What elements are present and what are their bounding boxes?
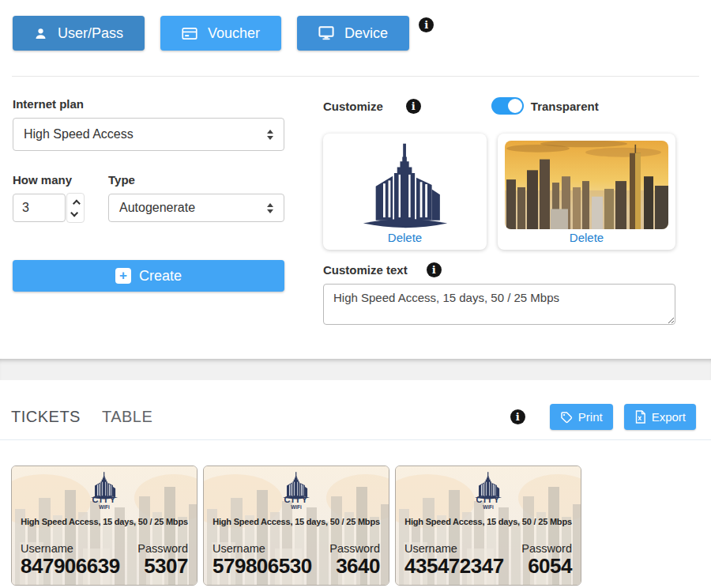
print-button[interactable]: Print xyxy=(550,404,613,430)
logo-card: Delete xyxy=(323,134,487,250)
ticket-card: CITY WiFi High Speed Access, 15 days, 50… xyxy=(203,466,389,586)
section-separator xyxy=(0,359,711,380)
export-button[interactable]: Export xyxy=(624,404,696,430)
logo-title: CITY xyxy=(476,496,500,504)
export-excel-icon xyxy=(634,410,646,424)
transparent-label: Transparent xyxy=(531,100,599,113)
username-label: Username xyxy=(404,542,504,555)
ticket-logo: CITY WiFi xyxy=(471,471,506,511)
username-value: 579806530 xyxy=(213,555,312,579)
background-photo-card: Delete xyxy=(498,134,675,250)
voucher-generator-page: User/Pass Voucher Device i Internet plan… xyxy=(0,0,711,588)
how-many-stepper[interactable] xyxy=(66,193,85,223)
voucher-card-icon xyxy=(182,27,198,40)
user-icon xyxy=(34,27,47,40)
password-label: Password xyxy=(329,542,380,555)
city-logo-image xyxy=(356,141,455,229)
password-value: 5307 xyxy=(137,555,188,579)
toggle-knob xyxy=(508,99,522,113)
select-caret-icon xyxy=(267,130,273,140)
tab-userpass[interactable]: User/Pass xyxy=(13,16,145,51)
select-caret-icon xyxy=(267,203,273,213)
tab-voucher-label: Voucher xyxy=(208,25,260,42)
customize-info-icon[interactable]: i xyxy=(406,99,421,114)
logo-subtitle: WiFi xyxy=(99,504,110,511)
password-value: 6054 xyxy=(521,555,572,579)
ticket-logo: CITY WiFi xyxy=(87,471,122,511)
internet-plan-value: High Speed Access xyxy=(24,127,134,141)
plus-icon: + xyxy=(115,268,131,284)
export-button-label: Export xyxy=(652,410,686,424)
tab-userpass-label: User/Pass xyxy=(58,25,123,42)
type-select[interactable]: Autogenerate xyxy=(108,194,284,222)
password-value: 3640 xyxy=(329,555,380,579)
delete-photo-link[interactable]: Delete xyxy=(570,231,604,244)
internet-plan-select[interactable]: High Speed Access xyxy=(13,118,284,151)
password-label: Password xyxy=(137,542,188,555)
customize-label: Customize xyxy=(323,100,383,113)
username-value: 435472347 xyxy=(404,555,504,579)
ticket-plan-text: High Speed Access, 15 days, 50 / 25 Mbps xyxy=(21,517,188,526)
logo-title: CITY xyxy=(92,496,116,504)
ticket-plan-text: High Speed Access, 15 days, 50 / 25 Mbps xyxy=(213,517,380,526)
logo-subtitle: WiFi xyxy=(483,504,494,511)
stepper-up-icon[interactable] xyxy=(73,199,81,207)
tab-device[interactable]: Device xyxy=(297,16,409,51)
password-label: Password xyxy=(521,542,572,555)
internet-plan-label: Internet plan xyxy=(13,97,284,111)
create-button-label: Create xyxy=(139,268,182,285)
tab-device-label: Device xyxy=(344,25,388,42)
customize-text-input[interactable]: High Speed Access, 15 days, 50 / 25 Mbps xyxy=(323,284,675,325)
type-value: Autogenerate xyxy=(119,201,195,215)
transparent-toggle[interactable] xyxy=(491,97,524,115)
print-button-label: Print xyxy=(578,410,603,424)
customize-text-label: Customize text xyxy=(323,263,408,277)
type-label: Type xyxy=(108,173,284,187)
generator-form: Internet plan High Speed Access How many xyxy=(0,77,711,328)
ticket-card: CITY WiFi High Speed Access, 15 days, 50… xyxy=(11,466,198,586)
mode-tabs: User/Pass Voucher Device i xyxy=(0,0,711,51)
delete-logo-link[interactable]: Delete xyxy=(388,231,422,244)
ticket-card: CITY WiFi High Speed Access, 15 days, 50… xyxy=(395,466,581,586)
tab-voucher[interactable]: Voucher xyxy=(160,16,281,51)
username-label: Username xyxy=(213,542,312,555)
username-value: 847906639 xyxy=(21,555,120,579)
ticket-plan-text: High Speed Access, 15 days, 50 / 25 Mbps xyxy=(404,517,572,526)
tabs-info-icon[interactable]: i xyxy=(419,17,434,32)
tickets-section: TICKETS TABLE i Print Export xyxy=(0,380,711,586)
tab-table[interactable]: TABLE xyxy=(102,408,152,426)
tickets-info-icon[interactable]: i xyxy=(510,409,525,424)
customize-text-info-icon[interactable]: i xyxy=(427,262,442,277)
logo-subtitle: WiFi xyxy=(291,504,302,511)
ticket-logo: CITY WiFi xyxy=(279,471,314,511)
create-button[interactable]: + Create xyxy=(13,260,284,292)
city-sunset-photo xyxy=(505,141,668,229)
logo-title: CITY xyxy=(284,496,308,504)
print-tag-icon xyxy=(560,411,573,424)
tickets-list: CITY WiFi High Speed Access, 15 days, 50… xyxy=(0,440,711,586)
how-many-label: How many xyxy=(13,173,108,187)
tab-tickets[interactable]: TICKETS xyxy=(11,408,81,426)
stepper-down-icon[interactable] xyxy=(70,209,78,217)
device-monitor-icon xyxy=(318,26,334,40)
how-many-input[interactable] xyxy=(13,194,66,222)
username-label: Username xyxy=(21,542,120,555)
